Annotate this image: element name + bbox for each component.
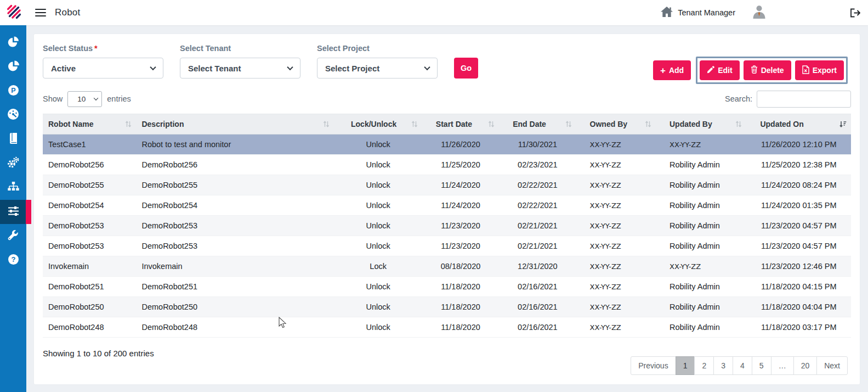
cell-updated-by: Robility Admin xyxy=(656,236,746,256)
column-header-updated-by[interactable]: Updated By xyxy=(656,114,746,135)
search-input[interactable] xyxy=(757,91,851,108)
menu-toggle-icon[interactable] xyxy=(35,7,46,19)
pagination-page-4[interactable]: 4 xyxy=(733,356,752,375)
table-row[interactable]: DemoRobot250DemoRobot250Unlock11/18/2020… xyxy=(43,297,851,317)
pie-chart-alt-icon xyxy=(8,60,19,74)
table-row[interactable]: InvokemainInvokemainLock08/18/202012/31/… xyxy=(43,256,851,277)
sidebar-item-projects[interactable]: P xyxy=(0,79,26,103)
cell-updated-by: Robility Admin xyxy=(656,175,746,195)
sidebar-item-services[interactable] xyxy=(0,152,26,176)
sort-icon xyxy=(411,120,418,128)
table-row[interactable]: DemoRobot253DemoRobot253Unlock11/23/2020… xyxy=(43,216,851,236)
add-button[interactable]: +Add xyxy=(653,60,691,80)
cell-updated-on: 11/26/2020 12:10 PM xyxy=(746,135,851,155)
sidebar-item-organization[interactable] xyxy=(0,176,26,200)
delete-button[interactable]: Delete xyxy=(744,60,791,80)
chevron-down-icon xyxy=(287,64,293,70)
cell-updated-by: Robility Admin xyxy=(656,195,746,216)
pagination-previous[interactable]: Previous xyxy=(631,356,676,375)
pagination-next[interactable]: Next xyxy=(816,356,848,375)
table-row[interactable]: DemoRobot251DemoRobot251Unlock11/18/2020… xyxy=(43,277,851,297)
sort-icon xyxy=(323,120,330,128)
sidebar-item-robot-settings[interactable] xyxy=(0,200,26,224)
cell-updated-on: 11/24/2020 01:35 PM xyxy=(746,195,851,216)
pagination-page-3[interactable]: 3 xyxy=(713,356,733,375)
cell-start-date: 11/18/2020 xyxy=(422,317,499,338)
column-header-lock-unlock[interactable]: Lock/Unlock xyxy=(334,114,422,135)
cell-owned-by: XX-YY-ZZ xyxy=(576,216,656,236)
sidebar-item-statistics[interactable] xyxy=(0,55,26,79)
cell-updated-on: 11/18/2020 03:17 PM xyxy=(746,317,851,338)
user-avatar-icon[interactable] xyxy=(752,4,767,21)
cell-robot-name: DemoRobot253 xyxy=(43,236,136,256)
pagination-page-5[interactable]: 5 xyxy=(752,356,771,375)
table-row[interactable]: DemoRobot248DemoRobot248Unlock11/18/2020… xyxy=(43,317,851,338)
excel-file-icon xyxy=(802,65,809,76)
robot-table-body: TestCase1Robot to test and monitorUnlock… xyxy=(43,135,851,338)
page-size-select[interactable]: 10 xyxy=(67,91,102,107)
svg-text:P: P xyxy=(11,87,15,94)
sidebar-item-help[interactable]: ? xyxy=(0,248,26,272)
status-label: Select Status* xyxy=(43,44,163,53)
cell-end-date: 02/16/2021 xyxy=(499,277,576,297)
cell-robot-name: DemoRobot251 xyxy=(43,277,136,297)
column-header-start-date[interactable]: Start Date xyxy=(422,114,499,135)
table-row[interactable]: DemoRobot256DemoRobot256Unlock11/25/2020… xyxy=(43,155,851,175)
main-content: Select Status* Active Select Tenant Sele… xyxy=(26,25,868,392)
column-header-end-date[interactable]: End Date xyxy=(499,114,576,135)
robot-table: Robot Name Description Lock/Unlock Start… xyxy=(43,114,851,338)
cell-updated-on: 11/24/2020 08:24 PM xyxy=(746,175,851,195)
pagination-page-1[interactable]: 1 xyxy=(676,356,695,375)
selection-action-group: Edit Delete xyxy=(696,57,848,84)
cell-robot-name: DemoRobot254 xyxy=(43,195,136,216)
table-row[interactable]: DemoRobot255DemoRobot255Unlock11/24/2020… xyxy=(43,175,851,195)
column-header-description[interactable]: Description xyxy=(136,114,334,135)
cell-description: Robot to test and monitor xyxy=(136,135,334,155)
cell-updated-on: 11/23/2020 04:57 PM xyxy=(746,216,851,236)
cell-updated-on: 11/25/2020 12:38 PM xyxy=(746,155,851,175)
pagination-page-20[interactable]: 20 xyxy=(793,356,818,375)
cell-description: DemoRobot253 xyxy=(136,236,334,256)
table-header-row: Robot Name Description Lock/Unlock Start… xyxy=(43,114,851,135)
export-button[interactable]: Export xyxy=(795,60,844,80)
go-button[interactable]: Go xyxy=(454,58,478,79)
table-row[interactable]: TestCase1Robot to test and monitorUnlock… xyxy=(43,135,851,155)
column-header-owned-by[interactable]: Owned By xyxy=(576,114,656,135)
column-header-robot-name[interactable]: Robot Name xyxy=(43,114,136,135)
show-label: Show xyxy=(43,94,63,103)
table-row[interactable]: DemoRobot254DemoRobot254Unlock11/24/2020… xyxy=(43,195,851,216)
filter-tenant: Select Tenant Select Tenant xyxy=(180,44,300,79)
project-select[interactable]: Select Project xyxy=(317,58,438,79)
cell-end-date: 02/21/2021 xyxy=(499,216,576,236)
pagination-page-2[interactable]: 2 xyxy=(694,356,714,375)
top-bar: Robot Tenant Manager xyxy=(0,0,868,25)
cell-owned-by: XX-YY-ZZ xyxy=(576,155,656,175)
cell-robot-name: DemoRobot248 xyxy=(43,317,136,338)
logout-icon[interactable] xyxy=(850,8,860,18)
tenant-manager-menu[interactable]: Tenant Manager xyxy=(661,7,735,19)
p-circle-icon: P xyxy=(8,85,19,98)
table-row[interactable]: DemoRobot253DemoRobot253Unlock11/23/2020… xyxy=(43,236,851,256)
cell-description: DemoRobot248 xyxy=(136,317,334,338)
pagination-ellipsis[interactable]: … xyxy=(771,356,794,375)
cell-start-date: 11/18/2020 xyxy=(422,277,499,297)
tenant-select[interactable]: Select Tenant xyxy=(180,58,300,79)
sidebar-item-analytics[interactable] xyxy=(0,31,26,55)
cell-end-date: 02/16/2021 xyxy=(499,297,576,317)
status-select[interactable]: Active xyxy=(43,58,163,79)
column-header-updated-on[interactable]: Updated On xyxy=(746,114,851,135)
cell-lock-unlock: Unlock xyxy=(334,135,422,155)
trash-icon xyxy=(751,65,758,75)
edit-button[interactable]: Edit xyxy=(700,60,739,80)
cell-updated-on: 11/18/2020 04:15 PM xyxy=(746,277,851,297)
page-title: Robot xyxy=(55,7,80,18)
cell-description: DemoRobot255 xyxy=(136,175,334,195)
sidebar-item-library[interactable] xyxy=(0,127,26,152)
chevron-down-icon xyxy=(150,64,156,70)
cell-end-date: 02/16/2021 xyxy=(499,317,576,338)
sidebar-item-tools[interactable] xyxy=(0,224,26,248)
cell-lock-unlock: Unlock xyxy=(334,317,422,338)
sidebar-item-dashboard[interactable] xyxy=(0,103,26,127)
gauge-icon xyxy=(7,108,19,122)
list-controls: Show 10 entries Search: xyxy=(43,91,851,107)
